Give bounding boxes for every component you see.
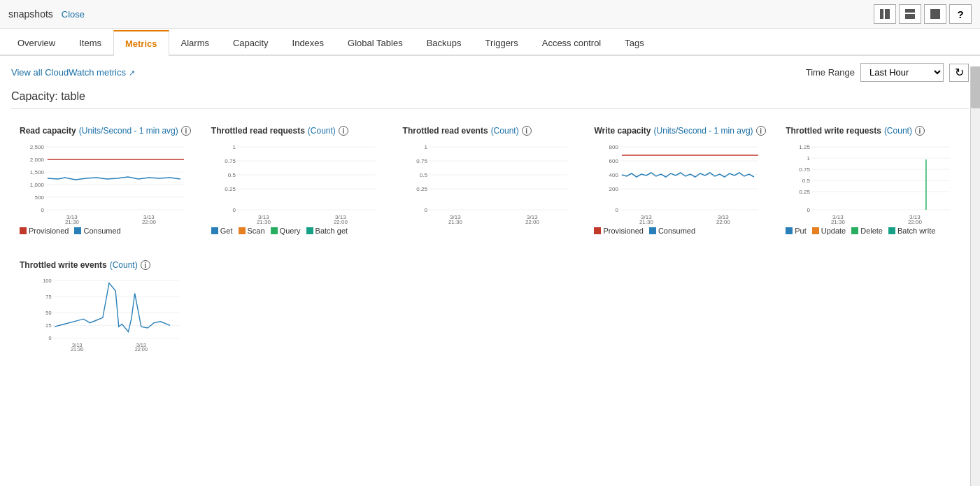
svg-text:22:00: 22:00 bbox=[908, 219, 923, 225]
legend-batch-get: Batch get bbox=[306, 227, 348, 235]
svg-text:1: 1 bbox=[232, 144, 236, 150]
svg-text:0.75: 0.75 bbox=[416, 158, 427, 164]
write-capacity-info-icon[interactable]: i bbox=[756, 126, 766, 136]
cloudwatch-link[interactable]: View all CloudWatch metrics bbox=[11, 67, 135, 78]
provisioned-color bbox=[20, 227, 27, 234]
svg-text:1,500: 1,500 bbox=[30, 169, 45, 176]
top-bar-right: ? bbox=[874, 4, 972, 24]
svg-text:0.25: 0.25 bbox=[416, 186, 427, 192]
svg-text:1,000: 1,000 bbox=[30, 182, 45, 188]
svg-text:0: 0 bbox=[807, 207, 811, 213]
layout2-button[interactable] bbox=[899, 4, 921, 24]
svg-text:0.25: 0.25 bbox=[225, 186, 236, 192]
svg-text:22:00: 22:00 bbox=[716, 219, 731, 225]
legend-write-consumed: Consumed bbox=[649, 227, 695, 235]
svg-text:1: 1 bbox=[424, 144, 427, 150]
tab-alarms[interactable]: Alarms bbox=[169, 30, 221, 56]
svg-text:22:00: 22:00 bbox=[142, 219, 157, 225]
svg-text:21:30: 21:30 bbox=[448, 219, 462, 225]
svg-text:21:30: 21:30 bbox=[639, 219, 654, 225]
svg-text:600: 600 bbox=[609, 158, 619, 164]
legend-delete: Delete bbox=[851, 227, 883, 235]
layout1-button[interactable] bbox=[874, 4, 896, 24]
write-capacity-svg: 800 600 400 200 0 3/13 21:30 3/13 22:00 bbox=[594, 140, 769, 224]
layout3-button[interactable] bbox=[924, 4, 946, 24]
tab-global-tables[interactable]: Global Tables bbox=[336, 30, 415, 56]
time-range-select[interactable]: Last Hour Last 3 Hours Last 12 Hours Las… bbox=[860, 63, 944, 82]
tab-access-control[interactable]: Access control bbox=[530, 30, 613, 56]
svg-text:0.75: 0.75 bbox=[225, 158, 236, 164]
svg-text:1.25: 1.25 bbox=[800, 144, 811, 150]
svg-text:0.75: 0.75 bbox=[800, 166, 811, 173]
svg-text:75: 75 bbox=[45, 294, 51, 300]
tab-triggers[interactable]: Triggers bbox=[474, 30, 530, 56]
svg-text:500: 500 bbox=[35, 194, 45, 201]
read-capacity-panel: Read capacity (Units/Second - 1 min avg)… bbox=[11, 120, 203, 241]
tab-indexes[interactable]: Indexes bbox=[280, 30, 336, 56]
tab-backups[interactable]: Backups bbox=[415, 30, 474, 56]
svg-text:22:00: 22:00 bbox=[135, 346, 148, 352]
svg-rect-1 bbox=[885, 9, 890, 19]
app-title: snapshots bbox=[8, 8, 53, 20]
tab-capacity[interactable]: Capacity bbox=[221, 30, 280, 56]
throttled-write-requests-chart: 1.25 1 0.75 0.5 0.25 0 3/13 21:30 3/13 2… bbox=[786, 140, 960, 224]
legend-batch-write: Batch write bbox=[888, 227, 935, 235]
throttled-read-ev-info-icon[interactable]: i bbox=[522, 126, 532, 136]
svg-text:0: 0 bbox=[232, 207, 236, 213]
legend-query: Query bbox=[271, 227, 301, 235]
throttled-read-ev-svg: 1 0.75 0.5 0.25 0 3/13 21:30 3/13 22:00 bbox=[403, 140, 578, 224]
time-range-row: Time Range Last Hour Last 3 Hours Last 1… bbox=[806, 63, 969, 82]
throttled-write-events-title: Throttled write events (Count) i bbox=[20, 260, 199, 270]
svg-text:21:30: 21:30 bbox=[65, 219, 80, 225]
throttled-read-req-svg: 1 0.75 0.5 0.25 0 3/13 21:30 3/13 22:00 bbox=[211, 140, 386, 224]
svg-text:0: 0 bbox=[48, 335, 51, 341]
read-capacity-info-icon[interactable]: i bbox=[181, 126, 191, 136]
throttled-read-events-chart: 1 0.75 0.5 0.25 0 3/13 21:30 3/13 22:00 bbox=[403, 140, 578, 224]
consumed-color bbox=[74, 227, 81, 234]
tab-overview[interactable]: Overview bbox=[6, 30, 67, 56]
tab-tags[interactable]: Tags bbox=[613, 30, 655, 56]
legend-put: Put bbox=[786, 227, 807, 235]
throttled-write-events-chart: 100 75 50 25 0 3/13 21:30 3/13 22:00 bbox=[20, 274, 199, 351]
throttled-read-requests-chart: 1 0.75 0.5 0.25 0 3/13 21:30 3/13 22:00 bbox=[211, 140, 386, 224]
throttled-write-req-legend: Put Update Delete Batch write bbox=[786, 227, 960, 235]
content-area: View all CloudWatch metrics Time Range L… bbox=[0, 56, 980, 476]
time-range-label: Time Range bbox=[806, 67, 855, 78]
throttled-write-requests-panel: Throttled write requests (Count) i 1.25 … bbox=[777, 120, 969, 241]
svg-text:21:30: 21:30 bbox=[831, 219, 846, 225]
close-link[interactable]: Close bbox=[62, 9, 85, 20]
scrollbar-track[interactable] bbox=[970, 66, 980, 476]
svg-text:0: 0 bbox=[41, 207, 44, 213]
scrollbar-thumb[interactable] bbox=[971, 66, 980, 108]
controls-row: View all CloudWatch metrics Time Range L… bbox=[11, 63, 969, 82]
help-button[interactable]: ? bbox=[949, 4, 972, 24]
throttled-read-requests-title: Throttled read requests (Count) i bbox=[211, 126, 386, 136]
svg-text:21:30: 21:30 bbox=[71, 346, 83, 352]
legend-provisioned: Provisioned bbox=[20, 227, 69, 235]
svg-text:1: 1 bbox=[807, 155, 811, 162]
layout2-icon bbox=[905, 9, 915, 19]
throttled-read-events-title: Throttled read events (Count) i bbox=[403, 126, 578, 136]
throttled-write-req-svg: 1.25 1 0.75 0.5 0.25 0 3/13 21:30 3/13 2… bbox=[786, 140, 960, 224]
write-capacity-panel: Write capacity (Units/Second - 1 min avg… bbox=[585, 120, 777, 241]
svg-text:0: 0 bbox=[616, 207, 619, 213]
svg-rect-0 bbox=[880, 9, 883, 19]
write-capacity-legend: Provisioned Consumed bbox=[594, 227, 769, 235]
throttled-read-req-info-icon[interactable]: i bbox=[339, 126, 348, 136]
svg-text:0: 0 bbox=[424, 207, 427, 213]
help-icon: ? bbox=[957, 8, 963, 20]
svg-text:200: 200 bbox=[609, 186, 619, 192]
svg-text:21:30: 21:30 bbox=[257, 219, 271, 225]
svg-text:2,000: 2,000 bbox=[30, 157, 45, 163]
tab-metrics[interactable]: Metrics bbox=[113, 30, 169, 56]
legend-consumed: Consumed bbox=[74, 227, 120, 235]
throttled-write-requests-title: Throttled write requests (Count) i bbox=[786, 126, 960, 136]
throttled-read-events-panel: Throttled read events (Count) i 1 0.75 0… bbox=[395, 120, 586, 241]
refresh-button[interactable]: ↻ bbox=[949, 64, 969, 82]
tab-items[interactable]: Items bbox=[67, 30, 113, 56]
throttled-write-req-info-icon[interactable]: i bbox=[915, 126, 925, 136]
svg-text:0.5: 0.5 bbox=[228, 172, 236, 178]
throttled-write-ev-info-icon[interactable]: i bbox=[141, 260, 150, 270]
legend-write-provisioned: Provisioned bbox=[594, 227, 643, 235]
refresh-icon: ↻ bbox=[955, 66, 964, 79]
